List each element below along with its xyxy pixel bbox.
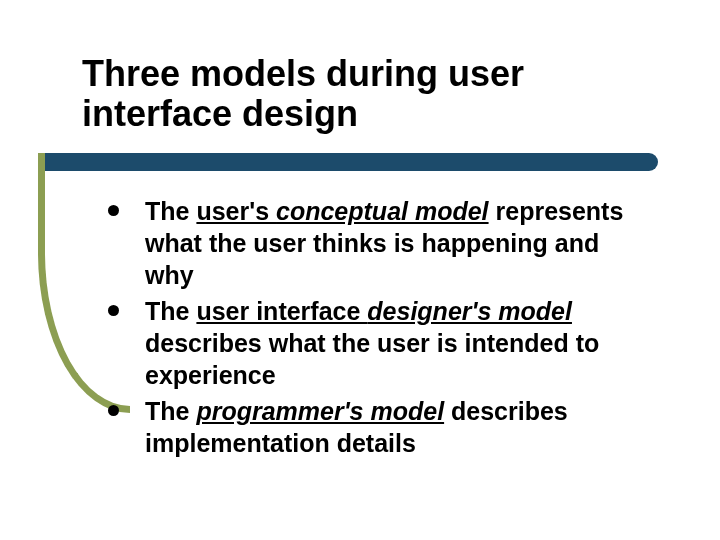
bullet-icon <box>108 305 119 316</box>
list-item: The user's conceptual model represents w… <box>108 195 648 291</box>
list-item-text: The programmer's model describes impleme… <box>145 395 648 459</box>
text-fragment: The <box>145 397 196 425</box>
text-fragment: The <box>145 197 196 225</box>
list-item: The user interface designer's model desc… <box>108 295 648 391</box>
list-item: The programmer's model describes impleme… <box>108 395 648 459</box>
slide: Three models during user interface desig… <box>0 0 720 540</box>
emphasized-term: conceptual model <box>276 197 489 225</box>
underlined-term: user interface designer's model <box>196 297 572 325</box>
text-fragment: user interface <box>196 297 367 325</box>
underlined-term: programmer's model <box>196 397 444 425</box>
emphasized-term: programmer's model <box>196 397 444 425</box>
emphasized-term: designer's model <box>367 297 572 325</box>
bullet-icon <box>108 205 119 216</box>
list-item-text: The user's conceptual model represents w… <box>145 195 648 291</box>
text-fragment: The <box>145 297 196 325</box>
bullet-icon <box>108 405 119 416</box>
text-fragment: user's <box>196 197 276 225</box>
slide-body: The user's conceptual model represents w… <box>108 195 648 463</box>
text-fragment: describes what the user is intended to e… <box>145 329 599 389</box>
underlined-term: user's conceptual model <box>196 197 488 225</box>
list-item-text: The user interface designer's model desc… <box>145 295 648 391</box>
title-underline-bar <box>38 153 658 171</box>
slide-title: Three models during user interface desig… <box>82 54 662 135</box>
